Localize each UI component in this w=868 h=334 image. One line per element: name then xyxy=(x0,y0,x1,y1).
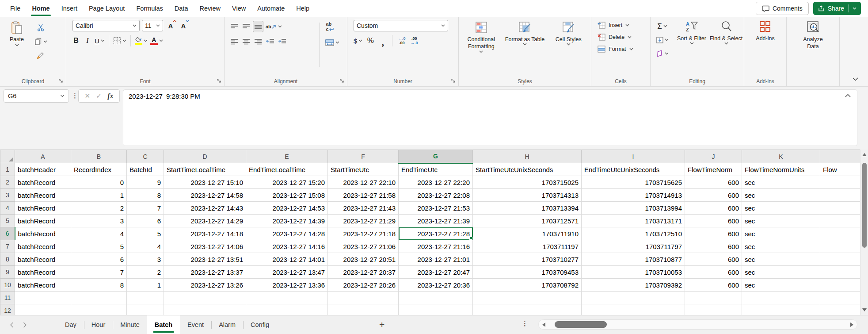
sheet-tab-minute[interactable]: Minute xyxy=(113,315,147,334)
cell-L9[interactable] xyxy=(820,266,860,279)
column-header-K[interactable]: K xyxy=(742,150,820,163)
vertical-scrollbar-thumb[interactable] xyxy=(862,163,867,248)
cell-H3[interactable]: 1703714313 xyxy=(473,189,582,202)
row-header-10[interactable]: 10 xyxy=(0,279,15,292)
scroll-up-icon[interactable] xyxy=(862,153,867,156)
cell-C10[interactable]: 1 xyxy=(127,279,164,292)
cell-E1[interactable]: EndTimeLocalTime xyxy=(246,163,328,176)
menu-tab-data[interactable]: Data xyxy=(169,0,194,17)
cell-E12[interactable] xyxy=(246,304,328,315)
row-header-6[interactable]: 6 xyxy=(0,227,15,240)
wrap-text-button[interactable]: ab c xyxy=(324,21,335,32)
cell-K6[interactable]: sec xyxy=(742,227,820,240)
cell-I7[interactable]: 1703711797 xyxy=(582,240,685,253)
cell-F10[interactable]: 2023-12-27 20:26 xyxy=(328,279,399,292)
cell-H10[interactable]: 1703708792 xyxy=(473,279,582,292)
number-dialog-launcher-icon[interactable] xyxy=(451,79,456,83)
accounting-format-button[interactable]: $ xyxy=(353,35,363,46)
cell-E9[interactable]: 2023-12-27 13:47 xyxy=(246,266,328,279)
cell-K11[interactable] xyxy=(742,292,820,304)
format-cells-button[interactable]: Format xyxy=(598,46,650,53)
cell-C4[interactable]: 7 xyxy=(127,202,164,215)
fill-color-dropdown-chevron-icon[interactable] xyxy=(144,39,148,42)
cell-K1[interactable]: FlowTimeNormUnits xyxy=(742,163,820,176)
align-center-button[interactable] xyxy=(241,36,251,47)
cell-K9[interactable]: sec xyxy=(742,266,820,279)
cell-E5[interactable]: 2023-12-27 14:39 xyxy=(246,215,328,227)
cell-B10[interactable]: 8 xyxy=(71,279,127,292)
find-select-button[interactable]: Find & Select xyxy=(709,17,743,45)
increase-decimal-button[interactable]: ←.0.00 xyxy=(396,35,407,46)
orientation-dropdown-chevron-icon[interactable] xyxy=(278,25,282,28)
clipboard-dialog-launcher-icon[interactable] xyxy=(59,79,63,83)
cell-B12[interactable] xyxy=(71,304,127,315)
cell-J10[interactable]: 600 xyxy=(685,279,742,292)
cell-A5[interactable]: batchRecord xyxy=(15,215,71,227)
name-box[interactable]: G6 xyxy=(4,89,69,103)
column-header-H[interactable]: H xyxy=(473,150,582,163)
cell-H12[interactable] xyxy=(473,304,582,315)
decrease-decimal-button[interactable]: .00→.0 xyxy=(409,35,419,46)
cell-J4[interactable]: 600 xyxy=(685,202,742,215)
cell-E7[interactable]: 2023-12-27 14:16 xyxy=(246,240,328,253)
sort-filter-chevron-icon[interactable] xyxy=(690,42,694,45)
font-color-button[interactable]: A xyxy=(149,35,164,46)
cell-H2[interactable]: 1703715025 xyxy=(473,176,582,189)
percent-style-button[interactable]: % xyxy=(365,35,376,46)
cell-C5[interactable]: 6 xyxy=(127,215,164,227)
cell-D8[interactable]: 2023-12-27 13:51 xyxy=(164,253,246,266)
menu-tab-file[interactable]: File xyxy=(4,0,26,17)
fill-handle[interactable] xyxy=(469,237,472,240)
column-header-E[interactable]: E xyxy=(246,150,328,163)
cell-F4[interactable]: 2023-12-27 21:43 xyxy=(328,202,399,215)
cell-G2[interactable]: 2023-12-27 22:20 xyxy=(399,176,473,189)
cell-A3[interactable]: batchRecord xyxy=(15,189,71,202)
increase-indent-button[interactable] xyxy=(277,36,287,47)
cell-D5[interactable]: 2023-12-27 14:29 xyxy=(164,215,246,227)
insert-cells-chevron-icon[interactable] xyxy=(625,24,629,27)
menu-tab-automate[interactable]: Automate xyxy=(251,0,290,17)
cell-D9[interactable]: 2023-12-27 13:37 xyxy=(164,266,246,279)
alignment-dialog-launcher-icon[interactable] xyxy=(340,79,344,83)
cell-L4[interactable] xyxy=(820,202,860,215)
scroll-right-icon[interactable] xyxy=(850,322,853,327)
cell-G1[interactable]: EndTimeUtc xyxy=(399,163,473,176)
cell-K7[interactable]: sec xyxy=(742,240,820,253)
cell-B6[interactable]: 4 xyxy=(71,227,127,240)
cell-F2[interactable]: 2023-12-27 22:10 xyxy=(328,176,399,189)
cell-L1[interactable]: Flow xyxy=(820,163,860,176)
accounting-dropdown-chevron-icon[interactable] xyxy=(358,39,362,42)
cell-H1[interactable]: StartTimeUtcUnixSeconds xyxy=(473,163,582,176)
row-header-9[interactable]: 9 xyxy=(0,266,15,279)
cell-H9[interactable]: 1703709453 xyxy=(473,266,582,279)
cell-D1[interactable]: StartTimeLocalTime xyxy=(164,163,246,176)
cell-F6[interactable]: 2023-12-27 21:18 xyxy=(328,227,399,240)
bottom-align-button[interactable] xyxy=(253,21,263,32)
formula-bar-input[interactable]: 2023-12-27 9:28:30 PM xyxy=(123,89,857,146)
font-color-dropdown-chevron-icon[interactable] xyxy=(159,39,163,42)
cell-I11[interactable] xyxy=(582,292,685,304)
fill-button[interactable] xyxy=(655,35,670,44)
cell-D2[interactable]: 2023-12-27 15:10 xyxy=(164,176,246,189)
borders-button[interactable] xyxy=(112,35,127,46)
number-format-select[interactable]: Custom xyxy=(354,20,448,31)
cell-H6[interactable]: 1703711910 xyxy=(473,227,582,240)
copy-button[interactable] xyxy=(34,37,48,46)
cell-C9[interactable]: 2 xyxy=(127,266,164,279)
analyze-data-button[interactable]: Analyze Data xyxy=(798,17,829,86)
menu-tab-formulas[interactable]: Formulas xyxy=(130,0,168,17)
cell-I8[interactable]: 1703710877 xyxy=(582,253,685,266)
cell-H7[interactable]: 1703711197 xyxy=(473,240,582,253)
cell-J11[interactable] xyxy=(685,292,742,304)
cell-F11[interactable] xyxy=(328,292,399,304)
cell-B8[interactable]: 6 xyxy=(71,253,127,266)
autosum-button[interactable]: Σ xyxy=(655,22,670,31)
autosum-chevron-icon[interactable] xyxy=(663,25,667,27)
cell-L8[interactable] xyxy=(820,253,860,266)
row-header-4[interactable]: 4 xyxy=(0,202,15,215)
cell-E4[interactable]: 2023-12-27 14:53 xyxy=(246,202,328,215)
formula-bar-options-kebab-icon[interactable]: ⋮ xyxy=(72,92,78,100)
cell-B3[interactable]: 1 xyxy=(71,189,127,202)
row-header-8[interactable]: 8 xyxy=(0,253,15,266)
column-header-D[interactable]: D xyxy=(164,150,246,163)
